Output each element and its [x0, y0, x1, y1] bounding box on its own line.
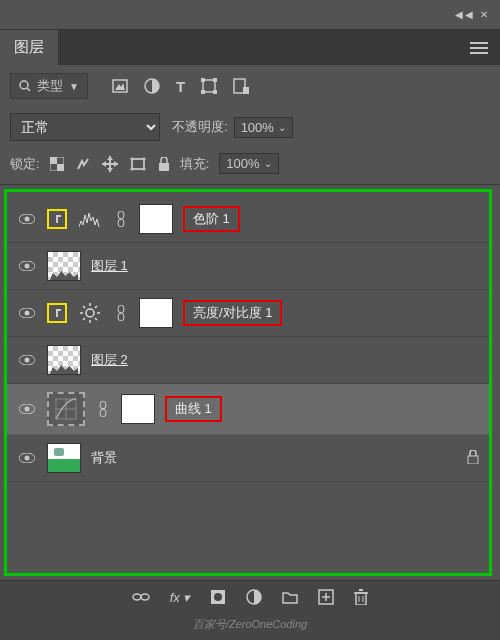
smartobject-filter-icon[interactable]: [233, 78, 249, 94]
svg-marker-18: [107, 156, 113, 160]
svg-point-50: [25, 407, 30, 412]
fill-label: 填充:: [180, 155, 210, 173]
fx-icon[interactable]: fx ▾: [170, 590, 191, 605]
layer-name[interactable]: 亮度/对比度 1: [183, 300, 282, 326]
chevron-down-icon: ⌄: [278, 122, 286, 133]
clip-indicator: [47, 209, 67, 229]
layer-name[interactable]: 色阶 1: [183, 206, 240, 232]
filter-row: 类型 ▼ T: [0, 65, 500, 107]
svg-point-33: [25, 264, 30, 269]
layer-row[interactable]: 图层 2: [7, 337, 489, 384]
pixel-filter-icon[interactable]: [112, 79, 128, 93]
link-icon: [113, 305, 129, 321]
svg-point-59: [133, 594, 141, 600]
curves-adjustment-icon[interactable]: [47, 392, 85, 426]
layer-row[interactable]: 曲线 1: [7, 384, 489, 435]
layer-name[interactable]: 图层 1: [91, 257, 128, 275]
lock-icon[interactable]: [467, 450, 479, 467]
delete-layer-icon[interactable]: [354, 589, 368, 605]
layer-row[interactable]: 亮度/对比度 1: [7, 290, 489, 337]
layer-mask-thumb[interactable]: [139, 298, 173, 328]
panel-footer: fx ▾: [0, 580, 500, 613]
fill-value[interactable]: 100% ⌄: [219, 153, 278, 174]
layer-mask-thumb[interactable]: [139, 204, 173, 234]
svg-rect-11: [201, 90, 205, 94]
svg-point-35: [25, 311, 30, 316]
svg-point-30: [118, 211, 124, 219]
visibility-icon[interactable]: [17, 453, 37, 463]
svg-point-36: [86, 309, 94, 317]
new-layer-icon[interactable]: [318, 589, 334, 605]
blend-mode-select[interactable]: 正常: [10, 113, 160, 141]
svg-rect-10: [213, 78, 217, 82]
lock-position-icon[interactable]: [102, 156, 118, 172]
svg-point-48: [25, 358, 30, 363]
add-mask-icon[interactable]: [210, 589, 226, 605]
svg-point-29: [25, 217, 30, 222]
visibility-icon[interactable]: [17, 355, 37, 365]
link-layers-icon[interactable]: [132, 592, 150, 602]
lock-all-icon[interactable]: [158, 157, 170, 171]
credit-text: 百家号/ZeroOneCoding: [0, 613, 500, 640]
clip-indicator: [47, 303, 67, 323]
search-icon: [19, 80, 31, 92]
lock-transparent-icon[interactable]: [50, 157, 64, 171]
svg-point-55: [100, 409, 106, 417]
opacity-value[interactable]: 100% ⌄: [234, 117, 293, 138]
svg-line-4: [27, 88, 30, 91]
collapse-chevrons-icon[interactable]: ◀◀ ✕: [445, 9, 500, 20]
layer-name[interactable]: 曲线 1: [165, 396, 222, 422]
svg-rect-14: [243, 87, 249, 94]
svg-line-42: [95, 318, 97, 320]
lock-icons: [50, 156, 170, 172]
svg-rect-0: [470, 42, 488, 44]
new-adjustment-icon[interactable]: [246, 589, 262, 605]
lock-label: 锁定:: [10, 155, 40, 173]
layer-row[interactable]: 背景: [7, 435, 489, 482]
lock-artboard-icon[interactable]: [130, 157, 146, 171]
svg-point-31: [118, 219, 124, 227]
layer-thumb[interactable]: [47, 443, 81, 473]
svg-point-46: [118, 313, 124, 321]
lock-image-icon[interactable]: [76, 157, 90, 171]
svg-rect-16: [50, 157, 57, 164]
svg-rect-67: [356, 593, 366, 605]
visibility-icon[interactable]: [17, 214, 37, 224]
layer-name[interactable]: 图层 2: [91, 351, 128, 369]
visibility-icon[interactable]: [17, 404, 37, 414]
visibility-icon[interactable]: [17, 261, 37, 271]
svg-line-43: [95, 306, 97, 308]
levels-adjustment-icon: [77, 211, 103, 227]
filter-icon-set: T: [112, 78, 249, 95]
link-icon: [113, 211, 129, 227]
svg-rect-58: [468, 456, 478, 464]
svg-marker-6: [115, 83, 125, 90]
chevron-down-icon: ▼: [69, 81, 79, 92]
adjustment-filter-icon[interactable]: [144, 78, 160, 94]
chevron-down-icon: ⌄: [264, 158, 272, 169]
layer-thumb[interactable]: [47, 251, 81, 281]
layer-row[interactable]: 色阶 1: [7, 196, 489, 243]
layer-list: 色阶 1 图层 1 亮度/对比度 1 图层 2 曲线 1: [4, 189, 492, 576]
filter-type-dropdown[interactable]: 类型 ▼: [10, 73, 88, 99]
panel-titlebar: ◀◀ ✕: [0, 0, 500, 30]
layer-name[interactable]: 背景: [91, 449, 117, 467]
svg-point-62: [214, 593, 222, 601]
layer-mask-thumb[interactable]: [121, 394, 155, 424]
lock-row: 锁定: 填充: 100% ⌄: [0, 147, 500, 185]
layer-row[interactable]: 图层 1: [7, 243, 489, 290]
svg-point-54: [100, 401, 106, 409]
opacity-control: 不透明度: 100% ⌄: [172, 117, 293, 138]
tab-row: 图层: [0, 30, 500, 65]
svg-point-3: [20, 81, 28, 89]
tab-layers[interactable]: 图层: [0, 30, 58, 65]
type-filter-icon[interactable]: T: [176, 78, 185, 95]
svg-rect-27: [159, 163, 169, 171]
new-group-icon[interactable]: [282, 590, 298, 604]
layer-thumb[interactable]: [47, 345, 81, 375]
visibility-icon[interactable]: [17, 308, 37, 318]
panel-menu-icon[interactable]: [458, 41, 500, 55]
shape-filter-icon[interactable]: [201, 78, 217, 94]
svg-marker-19: [107, 168, 113, 172]
svg-point-45: [118, 305, 124, 313]
